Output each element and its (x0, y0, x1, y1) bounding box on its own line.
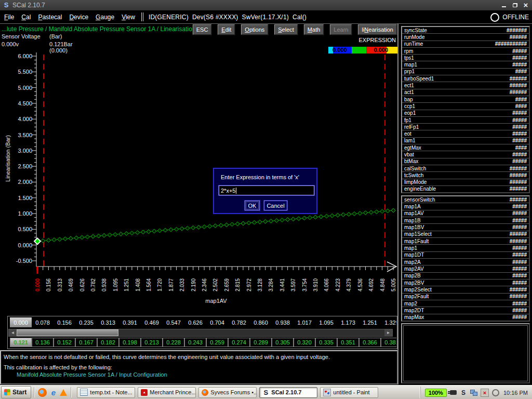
x-breakpoint-cell[interactable]: 1.095 (315, 317, 337, 327)
internet-explorer-quicklaunch-icon[interactable] (49, 388, 58, 397)
live-data-row[interactable]: map1##### (402, 245, 529, 251)
restore-button[interactable] (510, 1, 520, 9)
live-data-row[interactable]: act1###### (402, 89, 529, 96)
live-data-row[interactable]: mapMax##### (402, 314, 529, 321)
x-breakpoint-cell[interactable]: 0.704 (206, 317, 228, 327)
x-breakpoint-cell[interactable]: 0.782 (228, 317, 250, 327)
live-data-row[interactable]: turboSpeed1###### (402, 75, 529, 82)
live-data-row[interactable]: map2Select###### (402, 286, 529, 293)
menu-view[interactable]: View (122, 14, 135, 21)
live-data-row[interactable]: rpm##### (402, 48, 529, 55)
y-value-cell[interactable]: 0.335 (315, 338, 337, 347)
menu-file[interactable]: File (4, 14, 14, 21)
firefox-quicklaunch-icon[interactable] (38, 388, 47, 397)
x-breakpoint-cell[interactable]: 0.469 (141, 317, 163, 327)
taskbar-task-pdf[interactable]: Merchant Prince... (138, 387, 196, 398)
select-button[interactable]: Select (274, 24, 298, 35)
y-value-cell[interactable]: 0.213 (141, 338, 163, 347)
start-button[interactable]: Start (1, 386, 31, 398)
y-value-cell[interactable]: 0.289 (250, 338, 272, 347)
live-data-row[interactable]: map2##### (402, 300, 529, 307)
x-breakpoint-cell[interactable]: 1.251 (359, 317, 381, 327)
live-data-row[interactable]: map1AV##### (402, 210, 529, 217)
live-data-row[interactable]: tcSwitch###### (402, 172, 529, 179)
live-data-row[interactable]: ect1###### (402, 82, 529, 89)
live-data-row[interactable]: calSwitch###### (402, 165, 529, 172)
math-button[interactable]: Math (304, 24, 324, 35)
y-value-cell[interactable]: 0.167 (75, 338, 97, 347)
live-data-row[interactable]: map2B##### (402, 273, 529, 280)
affected-calibration-link[interactable]: Manifold Absolute Pressure Sensor 1A / I… (17, 371, 167, 378)
live-data-row[interactable]: eot##### (402, 130, 529, 137)
x-breakpoint-cell[interactable]: 1.173 (337, 317, 359, 327)
x-breakpoint-cell[interactable]: 0.860 (250, 317, 272, 327)
disconnected-network-tray-icon[interactable] (481, 389, 489, 397)
linearisation-chart[interactable]: 6.0005.5005.0004.5004.0003.5003.0002.500… (0, 49, 399, 312)
taskbar-task-paint[interactable]: untitled - Paint (320, 387, 378, 398)
live-data-row[interactable]: ccp1#### (402, 103, 529, 110)
live-data-row[interactable]: limpMode###### (402, 179, 529, 186)
x-breakpoint-cell[interactable]: 0.078 (32, 317, 54, 327)
scroll-left-arrow-icon[interactable] (9, 329, 17, 336)
live-data-row[interactable]: runTime########### (402, 41, 529, 48)
y-value-cell[interactable]: 0.182 (97, 338, 119, 347)
live-data-row[interactable]: map1##### (402, 61, 529, 68)
x-breakpoint-cell[interactable]: 0.547 (163, 317, 184, 327)
live-data-row[interactable]: map2AV##### (402, 265, 529, 272)
edit-button[interactable]: Edit (218, 24, 235, 35)
y-value-cell[interactable]: 0.366 (359, 338, 381, 347)
cancel-button[interactable]: Cancel (264, 201, 287, 210)
scal-tray-icon[interactable] (460, 389, 467, 396)
linearisation-button[interactable]: liNearisation (358, 24, 397, 35)
live-data-row[interactable]: runMode###### (402, 34, 529, 41)
x-breakpoint-cell[interactable]: 0.391 (119, 317, 141, 327)
y-value-cell[interactable]: 0.198 (119, 338, 141, 347)
network-tray-icon[interactable] (470, 389, 477, 396)
x-breakpoint-cell[interactable]: 0.938 (272, 317, 294, 327)
y-value-cell[interactable]: 0.121 (10, 338, 32, 347)
x-breakpoint-cell[interactable]: 1.329 (381, 317, 396, 327)
x-breakpoint-cell[interactable]: 0.000 (10, 317, 32, 327)
esc-button[interactable]: ESC (193, 24, 212, 35)
live-data-row[interactable]: map1BV##### (402, 224, 529, 231)
y-value-cell[interactable]: 0.259 (206, 338, 228, 347)
menu-device[interactable]: Device (69, 14, 88, 21)
live-data-row[interactable]: sensorSwitch###### (402, 196, 529, 203)
live-data-row[interactable]: lam1##### (402, 138, 529, 144)
y-value-cell[interactable]: 0.243 (184, 338, 206, 347)
live-data-row[interactable]: map1Fault###### (402, 238, 529, 245)
live-data-row[interactable]: prp1#### (402, 69, 529, 75)
ok-button[interactable]: OK (245, 201, 260, 210)
menu-gauge[interactable]: Gauge (96, 14, 114, 21)
live-data-row[interactable]: fp1##### (402, 117, 529, 124)
y-value-cell[interactable]: 0.320 (294, 338, 315, 347)
close-button[interactable] (521, 1, 530, 9)
live-data-row[interactable]: map1B##### (402, 217, 529, 224)
live-data-row[interactable]: map1Select###### (402, 231, 529, 238)
y-value-cell[interactable]: 0.305 (272, 338, 294, 347)
vlc-quicklaunch-icon[interactable] (60, 389, 67, 396)
expression-input[interactable]: 2*x+5 (219, 185, 314, 195)
y-value-cell[interactable]: 0.274 (228, 338, 250, 347)
options-button[interactable]: Options (241, 24, 268, 35)
live-data-row[interactable]: tps1##### (402, 55, 529, 61)
x-breakpoint-cell[interactable]: 0.626 (184, 317, 206, 327)
taskbar-task-firefox[interactable]: Syvecs Forums •... (198, 387, 257, 398)
live-data-row[interactable]: engineEnable###### (402, 186, 529, 192)
x-breakpoint-cell[interactable]: 0.235 (75, 317, 97, 327)
live-data-row[interactable]: vbat##### (402, 151, 529, 158)
menu-cal[interactable]: Cal (21, 14, 31, 21)
scheduler-tray-icon[interactable] (492, 389, 499, 396)
live-data-row[interactable]: syncState####### (402, 27, 529, 34)
live-data-row[interactable]: btMax##### (402, 158, 529, 165)
x-breakpoint-cell[interactable]: 1.017 (294, 317, 315, 327)
y-value-cell[interactable]: 0.351 (337, 338, 359, 347)
scrollbar-thumb[interactable] (17, 329, 118, 336)
live-data-row[interactable]: map2DT##### (402, 307, 529, 314)
live-data-row[interactable]: egtMax#### (402, 144, 529, 151)
minimize-button[interactable] (499, 1, 509, 9)
y-value-cell[interactable]: 0.152 (54, 338, 75, 347)
taskbar-task-scal[interactable]: SCal 2.10.7 (259, 387, 317, 398)
live-data-row[interactable]: map2BV##### (402, 280, 529, 286)
x-breakpoint-cell[interactable]: 0.156 (54, 317, 75, 327)
